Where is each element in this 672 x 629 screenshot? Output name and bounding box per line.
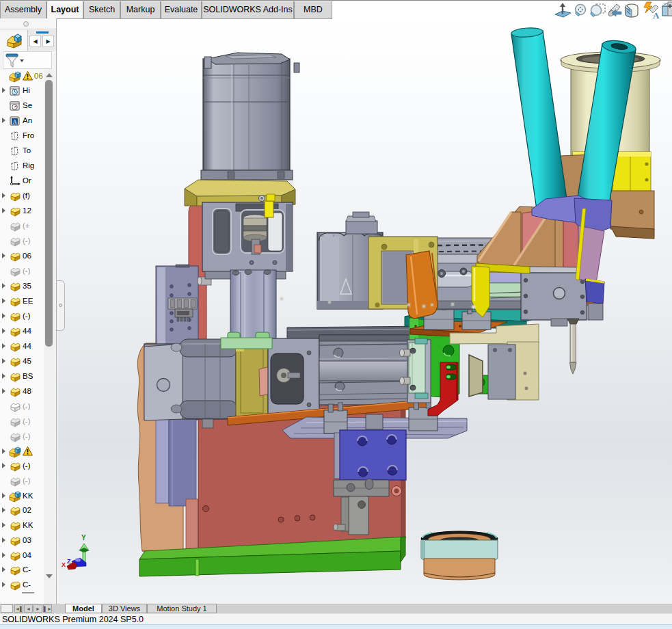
svg-text:X: X [62, 561, 66, 568]
svg-text:Z: Z [67, 558, 71, 565]
svg-text:A: A [653, 10, 660, 19]
svg-text:Y: Y [81, 534, 86, 541]
svg-text:A: A [12, 118, 17, 125]
